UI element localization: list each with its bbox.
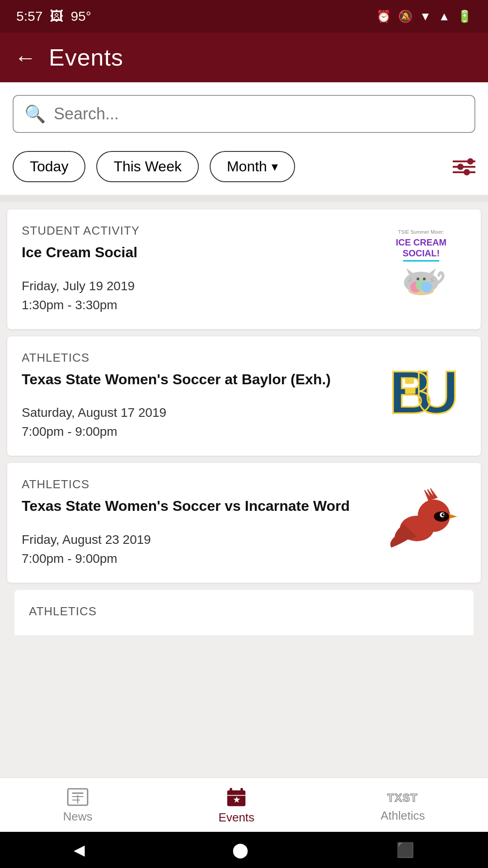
android-nav-bar: ◀ ⬤ ⬛	[0, 832, 488, 868]
athletics-icon: TXST	[386, 789, 419, 805]
recents-nav-button[interactable]: ⬛	[396, 841, 414, 859]
event-info: STUDENT ACTIVITY Ice Cream Social Friday…	[22, 224, 376, 315]
nav-label-events: Events	[219, 811, 255, 825]
section-divider	[0, 195, 488, 202]
battery-icon: 🔋	[457, 9, 472, 24]
this-week-filter-button[interactable]: This Week	[96, 151, 199, 182]
event-category: ATHLETICS	[29, 604, 459, 618]
svg-text:TXST: TXST	[387, 792, 418, 804]
filter-options-icon[interactable]	[453, 160, 475, 173]
nav-item-events[interactable]: ★ Events	[219, 787, 255, 825]
month-filter-button[interactable]: Month ▾	[210, 151, 295, 182]
temperature: 95°	[70, 9, 91, 24]
svg-point-8	[417, 278, 419, 280]
signal-icon: ▲	[438, 9, 450, 24]
bottom-navigation: News ★ Events TXST Athletics	[0, 778, 488, 832]
app-bar: ← Events	[0, 33, 488, 82]
nav-label-athletics: Athletics	[380, 809, 425, 823]
news-icon	[66, 788, 89, 806]
search-container: 🔍	[0, 82, 488, 142]
image-icon: 🖼	[50, 9, 63, 24]
svg-rect-39	[230, 788, 232, 793]
event-category: STUDENT ACTIVITY	[22, 224, 367, 238]
notification-off-icon: 🔕	[398, 9, 413, 24]
event-card[interactable]: STUDENT ACTIVITY Ice Cream Social Friday…	[7, 209, 481, 329]
event-title: Ice Cream Social	[22, 243, 367, 262]
nav-label-news: News	[63, 810, 93, 824]
events-list: STUDENT ACTIVITY Ice Cream Social Friday…	[0, 202, 488, 642]
svg-rect-24	[405, 388, 415, 393]
svg-text:TSIE Summer Mixer:: TSIE Summer Mixer:	[398, 229, 444, 235]
home-nav-button[interactable]: ⬤	[232, 841, 249, 859]
event-image	[376, 477, 466, 550]
search-input[interactable]	[54, 104, 464, 123]
event-category: ATHLETICS	[22, 351, 367, 365]
events-icon: ★	[226, 787, 246, 807]
partial-event-card[interactable]: ATHLETICS	[14, 590, 474, 635]
back-nav-button[interactable]: ◀	[74, 841, 85, 859]
svg-rect-23	[405, 378, 414, 383]
event-date: Friday, August 23 20197:00pm - 9:00pm	[22, 530, 367, 568]
event-card[interactable]: ATHLETICS Texas State Women's Soccer at …	[7, 336, 481, 456]
svg-rect-40	[241, 788, 244, 793]
status-time: 5:57	[16, 9, 42, 24]
svg-text:SOCIAL!: SOCIAL!	[403, 248, 440, 258]
event-date: Saturday, August 17 20197:00pm - 9:00pm	[22, 403, 367, 441]
wifi-icon: ▼	[420, 9, 432, 24]
svg-text:U: U	[415, 358, 459, 423]
chevron-down-icon: ▾	[272, 159, 278, 174]
svg-point-13	[421, 282, 432, 292]
event-image: TSIE Summer Mixer: ICE CREAM SOCIAL!	[376, 224, 466, 296]
svg-text:★: ★	[233, 796, 240, 804]
event-title: Texas State Women's Soccer at Baylor (Ex…	[22, 370, 367, 389]
event-image: B U B U	[376, 351, 466, 423]
status-bar: 5:57 🖼 95° ⏰ 🔕 ▼ ▲ 🔋	[0, 0, 488, 33]
back-button[interactable]: ←	[14, 45, 36, 70]
event-info: ATHLETICS Texas State Women's Soccer vs …	[22, 477, 376, 568]
nav-item-athletics[interactable]: TXST Athletics	[380, 789, 425, 823]
alarm-icon: ⏰	[376, 9, 391, 24]
svg-text:ICE CREAM: ICE CREAM	[396, 237, 446, 247]
filter-row: Today This Week Month ▾	[0, 142, 488, 195]
event-info: ATHLETICS Texas State Women's Soccer at …	[22, 351, 376, 442]
svg-point-9	[423, 278, 426, 280]
today-filter-button[interactable]: Today	[13, 151, 85, 182]
event-card[interactable]: ATHLETICS Texas State Women's Soccer vs …	[7, 463, 481, 583]
event-category: ATHLETICS	[22, 477, 367, 491]
search-box: 🔍	[13, 95, 475, 133]
event-date: Friday, July 19 20191:30pm - 3:30pm	[22, 277, 367, 315]
svg-point-32	[443, 514, 444, 515]
event-title: Texas State Women's Soccer vs Incarnate …	[22, 497, 367, 516]
search-icon: 🔍	[24, 104, 46, 124]
nav-item-news[interactable]: News	[63, 788, 93, 824]
page-title: Events	[49, 44, 123, 71]
